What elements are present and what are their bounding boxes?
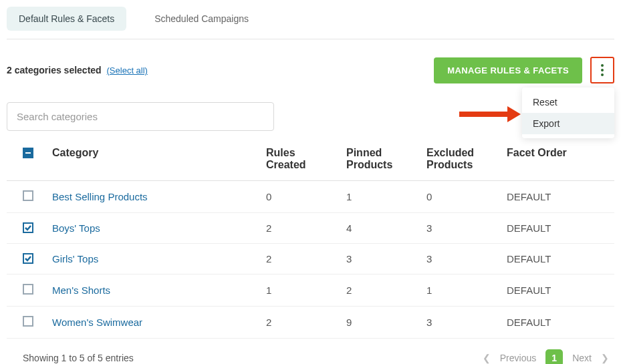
cell-facet: DEFAULT xyxy=(501,181,614,213)
more-menu-dropdown: Reset Export xyxy=(522,87,614,138)
chevron-left-icon[interactable]: ❮ xyxy=(483,353,491,363)
chevron-right-icon[interactable]: ❯ xyxy=(601,353,609,363)
category-link[interactable]: Women's Swimwear xyxy=(47,307,261,339)
col-rules: Rules Created xyxy=(261,138,341,181)
search-categories-field[interactable] xyxy=(7,102,274,131)
divider xyxy=(7,39,614,39)
more-button-highlight xyxy=(590,57,614,83)
kebab-icon xyxy=(601,64,604,76)
cell-facet: DEFAULT xyxy=(501,213,614,244)
search-input[interactable] xyxy=(17,111,264,122)
cell-rules: 2 xyxy=(261,213,341,244)
tab-default-rules[interactable]: Default Rules & Facets xyxy=(7,7,126,31)
table-row: Best Selling Products010DEFAULT xyxy=(7,181,614,213)
selection-count: 2 categories selected xyxy=(7,65,102,75)
svg-rect-2 xyxy=(25,152,31,154)
cell-rules: 0 xyxy=(261,181,341,213)
select-all-link[interactable]: (Select all) xyxy=(107,65,148,75)
cell-pinned: 3 xyxy=(341,244,421,275)
header-checkbox[interactable] xyxy=(23,148,33,158)
cell-excluded: 3 xyxy=(421,213,501,244)
cell-rules: 2 xyxy=(261,244,341,275)
next-button[interactable]: Next xyxy=(572,353,592,363)
menu-item-reset[interactable]: Reset xyxy=(522,92,614,113)
col-category: Category xyxy=(47,138,261,181)
cell-facet: DEFAULT xyxy=(501,275,614,307)
row-checkbox[interactable] xyxy=(23,222,33,233)
row-checkbox[interactable] xyxy=(23,284,33,295)
cell-excluded: 3 xyxy=(421,244,501,275)
cell-pinned: 4 xyxy=(341,213,421,244)
categories-table: Category Rules Created Pinned Products E… xyxy=(7,138,614,339)
col-excluded: Excluded Products xyxy=(421,138,501,181)
row-checkbox[interactable] xyxy=(23,316,33,327)
cell-pinned: 2 xyxy=(341,275,421,307)
cell-rules: 1 xyxy=(261,275,341,307)
col-facet: Facet Order xyxy=(501,138,614,181)
cell-rules: 2 xyxy=(261,307,341,339)
previous-button[interactable]: Previous xyxy=(500,353,536,363)
tab-scheduled-campaigns[interactable]: Scheduled Campaigns xyxy=(142,7,261,31)
table-row: Women's Swimwear293DEFAULT xyxy=(7,307,614,339)
more-menu-button[interactable] xyxy=(593,59,612,81)
table-row: Men's Shorts121DEFAULT xyxy=(7,275,614,307)
table-row: Boys' Tops243DEFAULT xyxy=(7,213,614,244)
cell-facet: DEFAULT xyxy=(501,244,614,275)
category-link[interactable]: Girls' Tops xyxy=(47,244,261,275)
col-pinned: Pinned Products xyxy=(341,138,421,181)
manage-rules-button[interactable]: MANAGE RULES & FACETS xyxy=(434,57,582,83)
cell-facet: DEFAULT xyxy=(501,307,614,339)
category-link[interactable]: Men's Shorts xyxy=(47,275,261,307)
svg-marker-1 xyxy=(507,106,521,122)
category-link[interactable]: Best Selling Products xyxy=(47,181,261,213)
pagination: ❮ Previous 1 Next ❯ xyxy=(483,349,609,364)
menu-item-export[interactable]: Export xyxy=(522,113,614,134)
cell-excluded: 1 xyxy=(421,275,501,307)
annotation-arrow-icon xyxy=(459,106,521,122)
minus-icon xyxy=(25,150,31,156)
entries-summary: Showing 1 to 5 of 5 entries xyxy=(23,353,134,363)
category-link[interactable]: Boys' Tops xyxy=(47,213,261,244)
cell-excluded: 3 xyxy=(421,307,501,339)
row-checkbox[interactable] xyxy=(23,253,33,264)
check-icon xyxy=(24,254,32,262)
cell-pinned: 9 xyxy=(341,307,421,339)
table-row: Girls' Tops233DEFAULT xyxy=(7,244,614,275)
row-checkbox[interactable] xyxy=(23,190,33,201)
page-number[interactable]: 1 xyxy=(545,349,563,364)
check-icon xyxy=(24,224,32,232)
cell-pinned: 1 xyxy=(341,181,421,213)
selection-info: 2 categories selected (Select all) xyxy=(7,65,148,75)
cell-excluded: 0 xyxy=(421,181,501,213)
svg-rect-0 xyxy=(459,112,507,117)
